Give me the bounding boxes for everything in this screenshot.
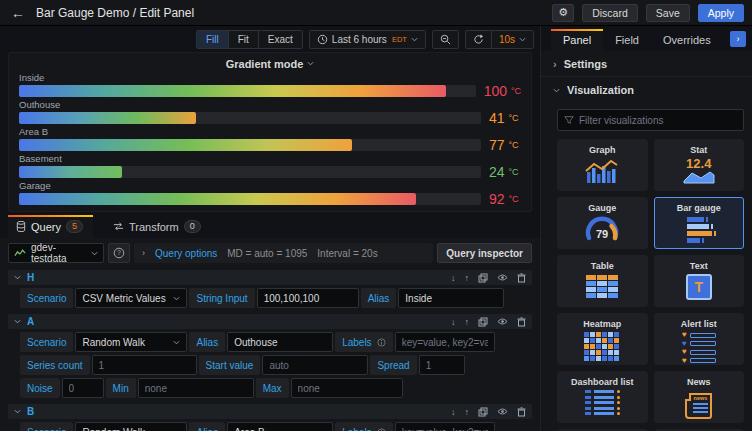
apply-button[interactable]: Apply: [698, 4, 744, 22]
tab-query[interactable]: Query 5: [8, 215, 93, 238]
viz-card-stat[interactable]: Stat 12.4: [654, 139, 745, 191]
fit-option[interactable]: Fit: [228, 31, 258, 48]
top-header: ← Bar Gauge Demo / Edit Panel ⚙ Discard …: [0, 0, 752, 26]
chevron-right-icon: ›: [553, 58, 557, 70]
move-up-icon[interactable]: ↑: [465, 273, 470, 283]
duplicate-icon[interactable]: [478, 317, 488, 327]
tab-overrides[interactable]: Overrides: [651, 29, 723, 51]
scenario-select[interactable]: CSV Metric Values: [75, 288, 187, 308]
eye-icon[interactable]: [497, 407, 508, 416]
eye-icon[interactable]: [497, 317, 508, 326]
tab-transform[interactable]: Transform 0: [105, 215, 211, 238]
gauge-value: 41 °C: [489, 112, 519, 124]
move-down-icon[interactable]: ↓: [451, 273, 456, 283]
panel-settings-gear-button[interactable]: ⚙: [552, 4, 574, 22]
viz-card-text[interactable]: Text T: [654, 255, 745, 307]
bar-gauge-icon: [679, 216, 719, 244]
field-label: Series count: [20, 355, 90, 375]
trash-icon[interactable]: [517, 273, 526, 283]
gauge-value: 92 °C: [489, 193, 519, 205]
trash-icon[interactable]: [517, 317, 526, 327]
query-header[interactable]: H ↓ ↑: [8, 270, 532, 285]
viz-filter-input[interactable]: [579, 115, 737, 126]
query-field-row: Scenario Random Walk Alias Labels: [20, 422, 532, 431]
gauge-row: Basement 24 °C: [19, 153, 521, 179]
gauge-track: [19, 139, 481, 151]
tab-field[interactable]: Field: [603, 29, 651, 51]
field-label: Scenario: [20, 332, 73, 352]
viz-card-gauge[interactable]: Gauge 79: [557, 197, 648, 249]
labels-field[interactable]: [395, 332, 495, 352]
query-editor: gdev-testdata ? › Query options MD = aut…: [0, 238, 540, 431]
refresh-interval-label: 10s: [499, 34, 515, 45]
query-header[interactable]: B ↓ ↑: [8, 404, 532, 419]
fill-option[interactable]: Fill: [197, 31, 228, 48]
viz-card-heatmap[interactable]: Heatmap: [557, 313, 648, 365]
duplicate-icon[interactable]: [478, 273, 488, 283]
gauge-value: 24 °C: [489, 166, 519, 178]
back-arrow-icon[interactable]: ←: [8, 5, 28, 21]
chevron-right-icon: ›: [142, 248, 145, 258]
refresh-button[interactable]: [466, 31, 491, 48]
tab-transform-label: Transform: [129, 221, 179, 233]
spread-field[interactable]: [419, 355, 465, 375]
save-button[interactable]: Save: [646, 4, 690, 22]
noise-field[interactable]: [62, 378, 104, 398]
datasource-select[interactable]: gdev-testdata: [8, 243, 104, 263]
discard-button[interactable]: Discard: [582, 4, 638, 22]
time-zone-label: EDT: [392, 35, 407, 44]
settings-section-toggle[interactable]: › Settings: [541, 51, 752, 77]
max-field[interactable]: [291, 378, 403, 398]
start-value-field[interactable]: [262, 355, 368, 375]
alias-field[interactable]: [227, 422, 333, 431]
move-up-icon[interactable]: ↑: [465, 317, 470, 327]
scenario-select[interactable]: Random Walk: [75, 332, 187, 352]
time-range-picker[interactable]: Last 6 hours EDT: [310, 31, 425, 48]
string-input-field[interactable]: [257, 288, 359, 308]
info-circle-icon[interactable]: [377, 428, 386, 431]
eye-icon[interactable]: [497, 273, 508, 282]
refresh-interval-dropdown[interactable]: 10s: [491, 31, 533, 48]
info-circle-icon[interactable]: [377, 338, 386, 347]
gauge-value: 100 °C: [484, 85, 521, 97]
trash-icon[interactable]: [517, 407, 526, 417]
sidebar-tabbar: Panel Field Overrides ›: [541, 26, 752, 51]
tab-panel[interactable]: Panel: [551, 29, 603, 51]
alias-field[interactable]: [398, 288, 504, 308]
query-ref-id: H: [27, 272, 445, 283]
panel-title-text: Gradient mode: [226, 58, 304, 70]
viz-card-table[interactable]: Table: [557, 255, 648, 307]
scenario-select[interactable]: Random Walk: [75, 422, 187, 431]
min-field[interactable]: [138, 378, 254, 398]
duplicate-icon[interactable]: [478, 407, 488, 417]
exact-option[interactable]: Exact: [258, 31, 302, 48]
viz-card-news[interactable]: News news: [654, 371, 745, 423]
collapse-pane-button[interactable]: ›: [730, 31, 746, 47]
chevron-down-icon: [14, 319, 21, 324]
query-options-label: Query options: [155, 248, 217, 259]
field-label: Spread: [370, 355, 416, 375]
move-down-icon[interactable]: ↓: [451, 317, 456, 327]
viz-card-dashboard-list[interactable]: Dashboard list: [557, 371, 648, 423]
visualization-section-toggle[interactable]: Visualization: [541, 77, 752, 103]
panel-title-menu[interactable]: Gradient mode: [19, 56, 521, 71]
help-circle-icon: ?: [113, 247, 125, 259]
gauge-fill: [19, 193, 416, 205]
move-up-icon[interactable]: ↑: [465, 407, 470, 417]
viz-card-alert-list[interactable]: Alert list ♥ ♥ ♥ ♥: [654, 313, 745, 365]
datasource-help-button[interactable]: ?: [108, 243, 130, 263]
query-section-a: A ↓ ↑ Scenario Random Walk Alias Labels …: [8, 314, 532, 398]
move-down-icon[interactable]: ↓: [451, 407, 456, 417]
query-options-toggle[interactable]: › Query options MD = auto = 1095 Interva…: [134, 243, 433, 263]
query-inspector-button[interactable]: Query inspector: [437, 243, 532, 263]
series-count-field[interactable]: [92, 355, 197, 375]
zoom-out-button[interactable]: [433, 31, 458, 48]
viz-card-graph[interactable]: Graph: [557, 139, 648, 191]
gauge-row: Outhouse 41 °C: [19, 99, 521, 125]
query-ref-id: A: [27, 316, 445, 327]
labels-field[interactable]: [395, 422, 495, 431]
field-label: Labels: [335, 422, 392, 431]
query-header[interactable]: A ↓ ↑: [8, 314, 532, 329]
viz-card-bar-gauge[interactable]: Bar gauge: [654, 197, 745, 249]
alias-field[interactable]: [227, 332, 333, 352]
